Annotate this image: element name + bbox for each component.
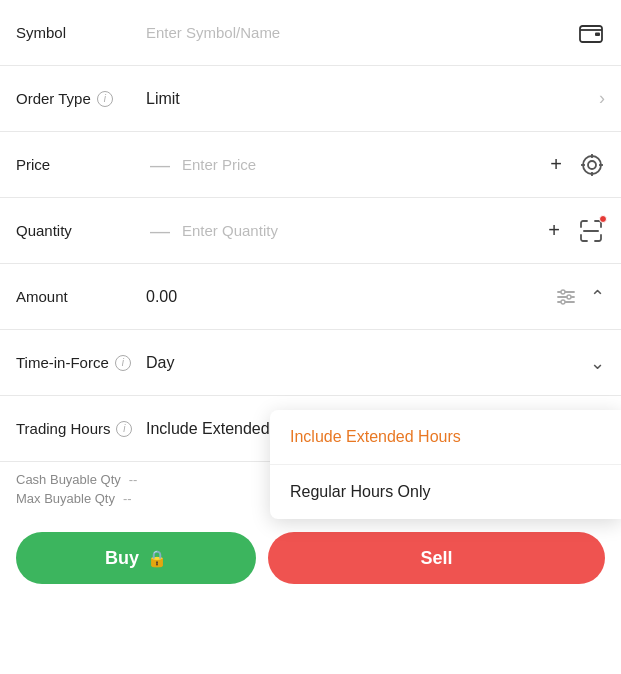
sell-button[interactable]: Sell: [268, 532, 605, 584]
lock-icon: 🔒: [147, 549, 167, 568]
price-row: Price — Enter Price +: [0, 132, 621, 198]
action-buttons-row: Buy 🔒 Sell: [0, 520, 621, 596]
quantity-label: Quantity: [16, 222, 146, 239]
amount-settings-icon[interactable]: [554, 285, 578, 309]
price-target-icon[interactable]: [579, 152, 605, 178]
symbol-placeholder: Enter Symbol/Name: [146, 24, 280, 41]
symbol-actions: [577, 19, 605, 47]
quantity-plus-button[interactable]: +: [543, 220, 565, 242]
time-in-force-row[interactable]: Time-in-Force i Day ⌄: [0, 330, 621, 396]
order-type-content: Limit: [146, 90, 599, 108]
quantity-minus-button[interactable]: —: [146, 217, 174, 245]
price-content: — Enter Price: [146, 151, 545, 179]
svg-point-3: [588, 161, 596, 169]
price-label: Price: [16, 156, 146, 173]
symbol-row: Symbol Enter Symbol/Name: [0, 0, 621, 66]
cash-buyable-label: Cash Buyable Qty: [16, 472, 121, 487]
time-in-force-content: Day: [146, 354, 590, 372]
quantity-row: Quantity — Enter Quantity +: [0, 198, 621, 264]
dropdown-item-extended-hours[interactable]: Include Extended Hours: [270, 410, 621, 465]
price-plus-button[interactable]: +: [545, 154, 567, 176]
price-minus-button[interactable]: —: [146, 151, 174, 179]
order-type-value: Limit: [146, 90, 180, 108]
order-type-row[interactable]: Order Type i Limit ›: [0, 66, 621, 132]
svg-rect-1: [595, 32, 600, 36]
svg-point-12: [561, 290, 565, 294]
quantity-placeholder: Enter Quantity: [182, 222, 278, 239]
order-type-actions: ›: [599, 88, 605, 109]
quantity-actions: +: [543, 217, 605, 245]
price-placeholder: Enter Price: [182, 156, 256, 173]
cash-buyable-value: --: [129, 472, 138, 487]
svg-point-2: [583, 156, 601, 174]
order-type-chevron-right-icon: ›: [599, 88, 605, 109]
amount-content: 0.00: [146, 288, 554, 306]
max-buyable-value: --: [123, 491, 132, 506]
amount-label: Amount: [16, 288, 146, 305]
time-in-force-chevron-down-icon: ⌄: [590, 352, 605, 374]
symbol-label: Symbol: [16, 24, 146, 41]
order-type-label: Order Type i: [16, 90, 146, 107]
amount-row: Amount 0.00 ⌃: [0, 264, 621, 330]
trading-hours-dropdown: Include Extended Hours Regular Hours Onl…: [270, 410, 621, 519]
trading-hours-info-icon[interactable]: i: [116, 421, 132, 437]
quantity-content: — Enter Quantity: [146, 217, 543, 245]
time-in-force-info-icon[interactable]: i: [115, 355, 131, 371]
scanner-dot: [599, 215, 607, 223]
time-in-force-label: Time-in-Force i: [16, 354, 146, 371]
trading-hours-label: Trading Hours i: [16, 420, 146, 437]
quantity-scanner-icon[interactable]: [577, 217, 605, 245]
order-type-info-icon[interactable]: i: [97, 91, 113, 107]
symbol-content: Enter Symbol/Name: [146, 24, 577, 41]
time-in-force-actions: ⌄: [590, 352, 605, 374]
wallet-icon[interactable]: [577, 19, 605, 47]
dropdown-item-regular-hours[interactable]: Regular Hours Only: [270, 465, 621, 519]
amount-value: 0.00: [146, 288, 177, 306]
buy-button[interactable]: Buy 🔒: [16, 532, 256, 584]
time-in-force-value: Day: [146, 354, 174, 372]
price-actions: +: [545, 152, 605, 178]
max-buyable-label: Max Buyable Qty: [16, 491, 115, 506]
svg-point-14: [561, 300, 565, 304]
amount-actions: ⌃: [554, 285, 605, 309]
amount-chevron-up-icon[interactable]: ⌃: [590, 286, 605, 308]
svg-point-13: [567, 295, 571, 299]
